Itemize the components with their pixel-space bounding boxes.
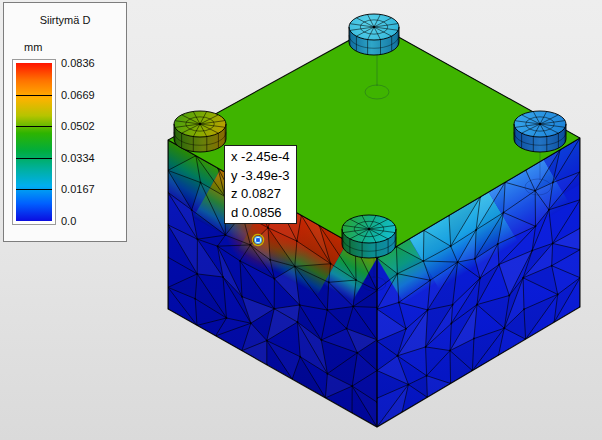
boss-right[interactable] bbox=[514, 111, 566, 152]
probe-marker bbox=[252, 234, 263, 245]
legend-tick-line bbox=[16, 95, 52, 96]
legend-colorbar bbox=[16, 63, 52, 221]
probe-tooltip-line: z 0.0827 bbox=[231, 185, 296, 204]
simulation-viewport[interactable]: Siirtymä D mm 0.08360.06690.05020.03340.… bbox=[0, 0, 602, 440]
probe-tooltip-line: x -2.45e-4 bbox=[231, 148, 296, 167]
legend-colorbar-frame bbox=[12, 59, 56, 225]
legend-tick-label: 0.0 bbox=[61, 215, 76, 227]
legend-tick-line bbox=[16, 126, 52, 127]
probe-tooltip-line: y -3.49e-3 bbox=[231, 167, 296, 186]
probe-tooltip: x -2.45e-4y -3.49e-3z 0.0827d 0.0856 bbox=[224, 145, 297, 224]
probe-tooltip-line: d 0.0856 bbox=[231, 204, 296, 223]
boss-front[interactable] bbox=[342, 215, 396, 258]
legend-tick-line bbox=[16, 158, 52, 159]
legend-tick-label: 0.0167 bbox=[61, 183, 95, 195]
legend-unit: mm bbox=[24, 41, 42, 53]
legend-title: Siirtymä D bbox=[4, 14, 126, 26]
legend-tick-line bbox=[16, 189, 52, 190]
legend-tick-label: 0.0334 bbox=[61, 152, 95, 164]
boss-back[interactable] bbox=[349, 14, 399, 55]
legend-panel: Siirtymä D mm 0.08360.06690.05020.03340.… bbox=[3, 2, 127, 242]
legend-tick-label: 0.0836 bbox=[61, 57, 95, 69]
legend-tick-label: 0.0502 bbox=[61, 120, 95, 132]
legend-tick-label: 0.0669 bbox=[61, 89, 95, 101]
legend-tick-labels: 0.08360.06690.05020.03340.01670.0 bbox=[61, 63, 125, 221]
boss-left[interactable] bbox=[174, 111, 226, 152]
